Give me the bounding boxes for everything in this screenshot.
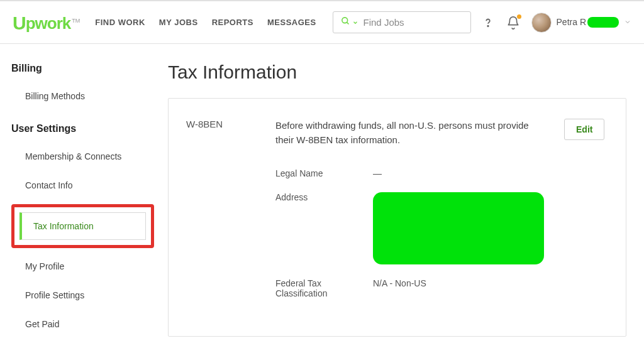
sidebar-item-my-profile[interactable]: My Profile [11, 252, 159, 281]
sidebar-item-tax-info-highlight: Tax Information [11, 204, 154, 248]
user-menu[interactable]: Petra R [531, 13, 631, 33]
sidebar-item-contact-info[interactable]: Contact Info [11, 171, 159, 200]
content-area: Billing Billing Methods User Settings Me… [0, 44, 644, 353]
help-icon[interactable] [481, 16, 495, 30]
main-content: Tax Information W-8BEN Before withdrawin… [159, 44, 644, 353]
panel-section-label: W-8BEN [186, 119, 255, 316]
sidebar-section-billing: Billing [11, 63, 159, 74]
notifications-icon[interactable] [506, 16, 520, 30]
sidebar: Billing Billing Methods User Settings Me… [0, 44, 159, 353]
nav-find-work[interactable]: FIND WORK [95, 18, 145, 27]
edit-button[interactable]: Edit [564, 119, 604, 140]
redacted-name [587, 17, 619, 28]
field-legal-name: Legal Name — [275, 168, 544, 178]
search-input[interactable] [364, 17, 463, 28]
svg-point-2 [487, 25, 488, 26]
sidebar-section-user-settings: User Settings [11, 123, 159, 134]
sidebar-item-membership[interactable]: Membership & Connects [11, 142, 159, 171]
field-federal-tax: Federal Tax Classification N/A - Non-US [275, 278, 544, 298]
nav-messages[interactable]: MESSAGES [267, 18, 316, 27]
user-name: Petra R [557, 17, 619, 28]
field-label-federal-tax: Federal Tax Classification [275, 278, 373, 298]
panel-description: Before withdrawing funds, all non-U.S. p… [275, 119, 544, 147]
field-value-federal-tax: N/A - Non-US [373, 278, 426, 298]
field-value-legal-name: — [373, 168, 382, 178]
search-box[interactable] [333, 11, 471, 33]
avatar [531, 13, 552, 33]
redacted-address [373, 192, 544, 264]
sidebar-item-profile-settings[interactable]: Profile Settings [11, 281, 159, 310]
tax-info-panel: W-8BEN Before withdrawing funds, all non… [168, 98, 626, 337]
sidebar-item-get-paid[interactable]: Get Paid [11, 310, 159, 339]
svg-line-1 [347, 22, 348, 24]
chevron-down-icon [352, 17, 358, 28]
field-label-address: Address [275, 192, 373, 264]
field-value-address [373, 192, 544, 264]
notification-dot [517, 14, 521, 19]
panel-actions: Edit [564, 119, 608, 316]
chevron-down-icon [624, 17, 631, 28]
primary-nav: FIND WORK MY JOBS REPORTS MESSAGES [95, 18, 332, 27]
upwork-logo[interactable]: Upwork TM [13, 12, 80, 33]
panel-body: Before withdrawing funds, all non-U.S. p… [275, 119, 544, 316]
field-address: Address [275, 192, 544, 264]
sidebar-item-tax-info[interactable]: Tax Information [19, 212, 146, 240]
nav-my-jobs[interactable]: MY JOBS [159, 18, 198, 27]
top-icons: Petra R [481, 13, 631, 33]
field-label-legal-name: Legal Name [275, 168, 373, 178]
search-icon [341, 16, 350, 28]
page-title: Tax Information [168, 62, 626, 83]
sidebar-item-billing-methods[interactable]: Billing Methods [11, 82, 159, 111]
svg-point-0 [341, 18, 347, 23]
top-bar: Upwork TM FIND WORK MY JOBS REPORTS MESS… [0, 0, 644, 44]
nav-reports[interactable]: REPORTS [212, 18, 253, 27]
